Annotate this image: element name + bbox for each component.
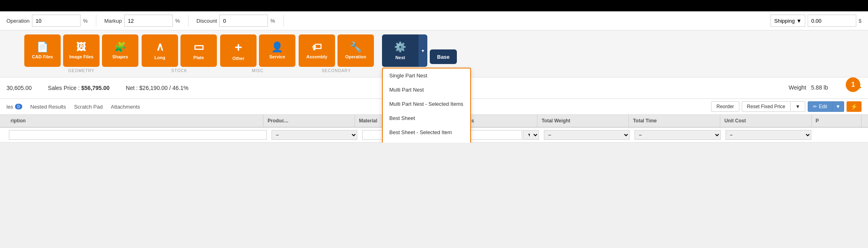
nest-menu-item-best-sheet[interactable]: Best Sheet <box>383 111 470 125</box>
tab-files[interactable]: les 0 <box>6 102 22 111</box>
markup-input[interactable] <box>124 15 173 27</box>
misc-group-label: MISC <box>252 68 264 73</box>
image-files-button[interactable]: 🖼 Image Files <box>63 34 100 67</box>
operation-field: Operation % <box>6 15 88 27</box>
markup-field: Markup % <box>104 15 180 27</box>
base-button[interactable]: Base <box>430 49 457 64</box>
filter-total-weight: – <box>541 129 632 141</box>
reset-fixed-price-group: Reset Fixed Price ▼ <box>742 101 806 112</box>
assembly-icon: 🏷 <box>312 42 322 52</box>
filter-product-select[interactable]: – <box>272 130 357 140</box>
stock-group: ∧ Long ▭ Plate STOCK <box>142 34 217 73</box>
tab-nested-results[interactable]: Nested Results <box>30 102 66 111</box>
discount-suffix: % <box>270 18 275 24</box>
th-unit-cost: Unit Cost <box>720 115 812 127</box>
misc-group: + Other 👤 Service MISC <box>220 34 295 73</box>
filter-product: – <box>269 129 360 141</box>
net-info: Net : $26,190.00 / 46.1% <box>126 85 189 91</box>
other-button[interactable]: + Other <box>220 34 257 67</box>
geometry-group-label: GEOMETRY <box>68 68 94 73</box>
edit-split-button[interactable]: ▼ <box>832 101 844 112</box>
markup-label: Markup <box>104 18 122 24</box>
edit-pencil-icon: ✏ <box>813 104 817 109</box>
nest-section: ⚙️ Nest ▼ Single Part Nest Multi Part Ne… <box>382 34 427 73</box>
nest-dropdown-menu: Single Part Nest Multi Part Nest Multi P… <box>382 68 471 143</box>
th-product: Produc... <box>263 115 355 127</box>
shipping-suffix: $ <box>859 18 862 24</box>
tab-files-badge: 0 <box>15 104 22 109</box>
tab-actions: Reorder Reset Fixed Price ▼ ✏ Edit ▼ ⚡ <box>711 101 862 112</box>
shapes-button[interactable]: 🧩 Shapes <box>102 34 138 67</box>
filter-description <box>6 129 269 141</box>
shipping-dropdown-button[interactable]: Shipping ▼ <box>770 15 805 27</box>
long-button[interactable]: ∧ Long <box>142 34 178 67</box>
operation-icon: 🔧 <box>350 42 362 52</box>
th-total-weight: Total Weight <box>537 115 629 127</box>
discount-label: Discount <box>197 18 217 24</box>
filter-description-input[interactable] <box>9 130 267 140</box>
shipping-field: Shipping ▼ $ <box>770 15 862 27</box>
toolbar-row: Operation % Markup % Discount % Shipping… <box>0 11 868 30</box>
top-black-bar <box>0 0 868 11</box>
nest-dropdown-arrow-button[interactable]: ▼ <box>418 34 427 67</box>
filter-thickness-select2[interactable]: ▼ <box>523 130 539 140</box>
reorder-button[interactable]: Reorder <box>711 101 739 112</box>
edit-button[interactable]: ✏ Edit <box>808 101 832 112</box>
markup-suffix: % <box>175 18 180 24</box>
stock-group-label: STOCK <box>171 68 187 73</box>
image-files-icon: 🖼 <box>76 42 86 52</box>
icon-buttons-section: 📄 CAD Files 🖼 Image Files 🧩 Shapes GEOME… <box>0 30 868 77</box>
th-price: P <box>812 115 862 127</box>
other-icon: + <box>235 41 242 53</box>
assembly-button[interactable]: 🏷 Assembly <box>299 34 335 67</box>
cost-value: 30,605.00 <box>6 85 32 91</box>
shipping-input[interactable] <box>808 15 856 27</box>
cad-files-icon: 📄 <box>36 42 49 52</box>
filter-total-weight-select[interactable]: – <box>544 130 630 140</box>
divider-3 <box>283 15 284 27</box>
service-icon: 👤 <box>271 42 283 52</box>
filter-price <box>814 134 862 136</box>
operation-label: Operation <box>6 18 30 24</box>
filter-total-time-select[interactable]: – <box>635 130 720 140</box>
filter-unit-cost-select[interactable]: – <box>726 130 811 140</box>
divider-1 <box>96 15 96 27</box>
filter-total-time: – <box>632 129 723 141</box>
th-total-time: Total Time <box>629 115 720 127</box>
nest-menu-item-clear[interactable]: Clear Nest <box>383 139 470 143</box>
lightning-icon: ⚡ <box>851 103 857 110</box>
secondary-group-label: SECONDARY <box>322 68 351 73</box>
filter-thickness-input[interactable] <box>470 130 522 140</box>
nest-gear-icon: ⚙️ <box>394 41 406 53</box>
operation-input[interactable] <box>32 15 81 27</box>
reset-fixed-price-split[interactable]: ▼ <box>791 101 806 112</box>
operation-suffix: % <box>83 18 88 24</box>
service-button[interactable]: 👤 Service <box>259 34 295 67</box>
secondary-group: 🏷 Assembly 🔧 Operation SECONDARY <box>299 34 374 73</box>
lightning-button[interactable]: ⚡ <box>847 101 862 112</box>
nest-button[interactable]: ⚙️ Nest <box>382 34 418 67</box>
divider-2 <box>188 15 189 27</box>
filter-unit-cost: – <box>723 129 814 141</box>
sales-price: Sales Price : $56,795.00 <box>48 85 110 91</box>
geometry-group: 📄 CAD Files 🖼 Image Files 🧩 Shapes GEOME… <box>24 34 138 73</box>
discount-field: Discount % <box>197 15 275 27</box>
weight-info: Weight 5.88 lb 1 ▶ <box>789 81 862 95</box>
shapes-icon: 🧩 <box>114 42 126 52</box>
cad-files-button[interactable]: 📄 CAD Files <box>24 34 61 67</box>
plate-button[interactable]: ▭ Plate <box>180 34 217 67</box>
nest-menu-item-multi[interactable]: Multi Part Nest <box>383 83 470 97</box>
plate-icon: ▭ <box>193 41 204 53</box>
th-description: ription <box>6 115 263 127</box>
nest-menu-item-multi-selected[interactable]: Multi Part Nest - Selected Items <box>383 97 470 111</box>
edit-button-group: ✏ Edit ▼ <box>808 101 844 112</box>
long-icon: ∧ <box>156 41 164 53</box>
tab-attachments[interactable]: Attachments <box>111 102 140 111</box>
operation-button[interactable]: 🔧 Operation <box>337 34 374 67</box>
tab-scratch-pad[interactable]: Scratch Pad <box>74 102 103 111</box>
callout-badge: 1 <box>846 77 860 92</box>
nest-menu-item-best-sheet-selected[interactable]: Best Sheet - Selected Item <box>383 125 470 139</box>
reset-fixed-price-button[interactable]: Reset Fixed Price <box>742 101 791 112</box>
discount-input[interactable] <box>219 15 268 27</box>
nest-menu-item-single[interactable]: Single Part Nest <box>383 68 470 83</box>
